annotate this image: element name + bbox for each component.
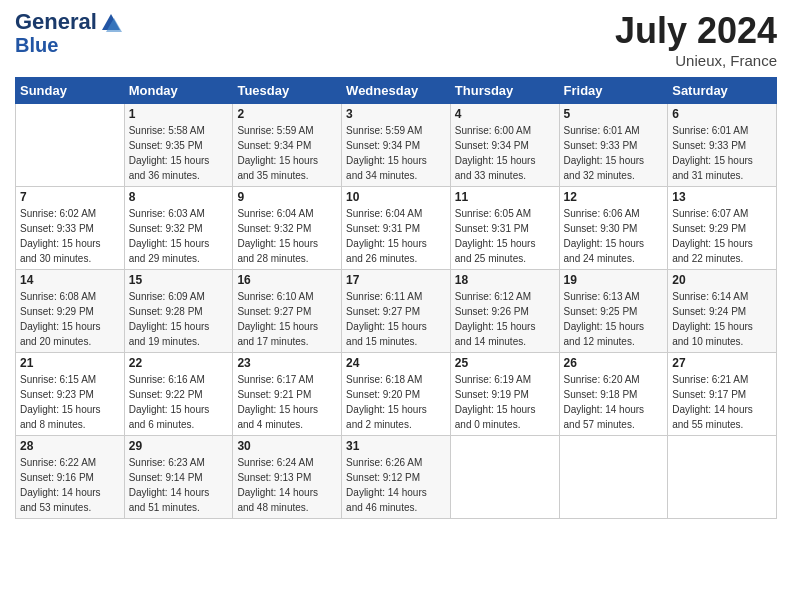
day-detail: Sunrise: 6:01 AM Sunset: 9:33 PM Dayligh… (672, 123, 772, 183)
day-number: 19 (564, 273, 664, 287)
day-number: 22 (129, 356, 229, 370)
calendar-cell: 1Sunrise: 5:58 AM Sunset: 9:35 PM Daylig… (124, 104, 233, 187)
calendar-cell: 26Sunrise: 6:20 AM Sunset: 9:18 PM Dayli… (559, 353, 668, 436)
title-area: July 2024 Unieux, France (615, 10, 777, 69)
day-number: 27 (672, 356, 772, 370)
calendar-cell: 10Sunrise: 6:04 AM Sunset: 9:31 PM Dayli… (342, 187, 451, 270)
day-number: 9 (237, 190, 337, 204)
logo-icon (100, 12, 122, 34)
day-detail: Sunrise: 6:15 AM Sunset: 9:23 PM Dayligh… (20, 372, 120, 432)
day-number: 28 (20, 439, 120, 453)
day-number: 20 (672, 273, 772, 287)
day-number: 13 (672, 190, 772, 204)
calendar-cell: 9Sunrise: 6:04 AM Sunset: 9:32 PM Daylig… (233, 187, 342, 270)
day-number: 7 (20, 190, 120, 204)
location-subtitle: Unieux, France (615, 52, 777, 69)
calendar-cell: 25Sunrise: 6:19 AM Sunset: 9:19 PM Dayli… (450, 353, 559, 436)
calendar-cell: 13Sunrise: 6:07 AM Sunset: 9:29 PM Dayli… (668, 187, 777, 270)
day-detail: Sunrise: 6:19 AM Sunset: 9:19 PM Dayligh… (455, 372, 555, 432)
calendar-cell: 20Sunrise: 6:14 AM Sunset: 9:24 PM Dayli… (668, 270, 777, 353)
day-detail: Sunrise: 5:59 AM Sunset: 9:34 PM Dayligh… (346, 123, 446, 183)
day-detail: Sunrise: 6:18 AM Sunset: 9:20 PM Dayligh… (346, 372, 446, 432)
calendar-cell (559, 436, 668, 519)
day-number: 12 (564, 190, 664, 204)
day-detail: Sunrise: 6:04 AM Sunset: 9:32 PM Dayligh… (237, 206, 337, 266)
calendar-table: SundayMondayTuesdayWednesdayThursdayFrid… (15, 77, 777, 519)
day-number: 10 (346, 190, 446, 204)
day-detail: Sunrise: 6:04 AM Sunset: 9:31 PM Dayligh… (346, 206, 446, 266)
header: General Blue July 2024 Unieux, France (15, 10, 777, 69)
day-detail: Sunrise: 6:05 AM Sunset: 9:31 PM Dayligh… (455, 206, 555, 266)
calendar-header-thursday: Thursday (450, 78, 559, 104)
day-number: 5 (564, 107, 664, 121)
calendar-cell: 19Sunrise: 6:13 AM Sunset: 9:25 PM Dayli… (559, 270, 668, 353)
day-detail: Sunrise: 6:00 AM Sunset: 9:34 PM Dayligh… (455, 123, 555, 183)
day-number: 6 (672, 107, 772, 121)
calendar-cell: 22Sunrise: 6:16 AM Sunset: 9:22 PM Dayli… (124, 353, 233, 436)
page-container: General Blue July 2024 Unieux, France Su… (0, 0, 792, 529)
calendar-cell: 7Sunrise: 6:02 AM Sunset: 9:33 PM Daylig… (16, 187, 125, 270)
calendar-cell: 27Sunrise: 6:21 AM Sunset: 9:17 PM Dayli… (668, 353, 777, 436)
calendar-week-row: 7Sunrise: 6:02 AM Sunset: 9:33 PM Daylig… (16, 187, 777, 270)
day-detail: Sunrise: 6:11 AM Sunset: 9:27 PM Dayligh… (346, 289, 446, 349)
day-detail: Sunrise: 6:03 AM Sunset: 9:32 PM Dayligh… (129, 206, 229, 266)
calendar-cell (668, 436, 777, 519)
logo: General Blue (15, 10, 122, 56)
day-number: 16 (237, 273, 337, 287)
day-detail: Sunrise: 6:08 AM Sunset: 9:29 PM Dayligh… (20, 289, 120, 349)
day-number: 15 (129, 273, 229, 287)
calendar-week-row: 1Sunrise: 5:58 AM Sunset: 9:35 PM Daylig… (16, 104, 777, 187)
day-detail: Sunrise: 6:12 AM Sunset: 9:26 PM Dayligh… (455, 289, 555, 349)
day-detail: Sunrise: 5:58 AM Sunset: 9:35 PM Dayligh… (129, 123, 229, 183)
day-number: 1 (129, 107, 229, 121)
calendar-header-tuesday: Tuesday (233, 78, 342, 104)
calendar-header-friday: Friday (559, 78, 668, 104)
day-detail: Sunrise: 6:07 AM Sunset: 9:29 PM Dayligh… (672, 206, 772, 266)
calendar-header-saturday: Saturday (668, 78, 777, 104)
calendar-cell: 2Sunrise: 5:59 AM Sunset: 9:34 PM Daylig… (233, 104, 342, 187)
day-number: 24 (346, 356, 446, 370)
calendar-cell: 17Sunrise: 6:11 AM Sunset: 9:27 PM Dayli… (342, 270, 451, 353)
day-number: 21 (20, 356, 120, 370)
day-number: 26 (564, 356, 664, 370)
day-number: 3 (346, 107, 446, 121)
calendar-cell: 12Sunrise: 6:06 AM Sunset: 9:30 PM Dayli… (559, 187, 668, 270)
day-detail: Sunrise: 6:02 AM Sunset: 9:33 PM Dayligh… (20, 206, 120, 266)
calendar-week-row: 14Sunrise: 6:08 AM Sunset: 9:29 PM Dayli… (16, 270, 777, 353)
calendar-cell: 28Sunrise: 6:22 AM Sunset: 9:16 PM Dayli… (16, 436, 125, 519)
day-detail: Sunrise: 5:59 AM Sunset: 9:34 PM Dayligh… (237, 123, 337, 183)
calendar-header-wednesday: Wednesday (342, 78, 451, 104)
day-detail: Sunrise: 6:10 AM Sunset: 9:27 PM Dayligh… (237, 289, 337, 349)
day-detail: Sunrise: 6:24 AM Sunset: 9:13 PM Dayligh… (237, 455, 337, 515)
calendar-cell: 6Sunrise: 6:01 AM Sunset: 9:33 PM Daylig… (668, 104, 777, 187)
day-number: 31 (346, 439, 446, 453)
calendar-cell: 16Sunrise: 6:10 AM Sunset: 9:27 PM Dayli… (233, 270, 342, 353)
day-number: 14 (20, 273, 120, 287)
calendar-cell: 5Sunrise: 6:01 AM Sunset: 9:33 PM Daylig… (559, 104, 668, 187)
calendar-cell: 15Sunrise: 6:09 AM Sunset: 9:28 PM Dayli… (124, 270, 233, 353)
calendar-cell: 18Sunrise: 6:12 AM Sunset: 9:26 PM Dayli… (450, 270, 559, 353)
day-number: 11 (455, 190, 555, 204)
day-number: 4 (455, 107, 555, 121)
calendar-cell: 30Sunrise: 6:24 AM Sunset: 9:13 PM Dayli… (233, 436, 342, 519)
day-number: 18 (455, 273, 555, 287)
day-number: 2 (237, 107, 337, 121)
day-detail: Sunrise: 6:06 AM Sunset: 9:30 PM Dayligh… (564, 206, 664, 266)
calendar-cell: 3Sunrise: 5:59 AM Sunset: 9:34 PM Daylig… (342, 104, 451, 187)
month-year-title: July 2024 (615, 10, 777, 52)
calendar-week-row: 28Sunrise: 6:22 AM Sunset: 9:16 PM Dayli… (16, 436, 777, 519)
day-detail: Sunrise: 6:22 AM Sunset: 9:16 PM Dayligh… (20, 455, 120, 515)
day-detail: Sunrise: 6:14 AM Sunset: 9:24 PM Dayligh… (672, 289, 772, 349)
day-number: 23 (237, 356, 337, 370)
day-number: 29 (129, 439, 229, 453)
calendar-header-sunday: Sunday (16, 78, 125, 104)
day-detail: Sunrise: 6:23 AM Sunset: 9:14 PM Dayligh… (129, 455, 229, 515)
calendar-cell (16, 104, 125, 187)
day-detail: Sunrise: 6:13 AM Sunset: 9:25 PM Dayligh… (564, 289, 664, 349)
calendar-header-row: SundayMondayTuesdayWednesdayThursdayFrid… (16, 78, 777, 104)
calendar-cell (450, 436, 559, 519)
day-number: 25 (455, 356, 555, 370)
calendar-week-row: 21Sunrise: 6:15 AM Sunset: 9:23 PM Dayli… (16, 353, 777, 436)
calendar-cell: 29Sunrise: 6:23 AM Sunset: 9:14 PM Dayli… (124, 436, 233, 519)
day-detail: Sunrise: 6:17 AM Sunset: 9:21 PM Dayligh… (237, 372, 337, 432)
